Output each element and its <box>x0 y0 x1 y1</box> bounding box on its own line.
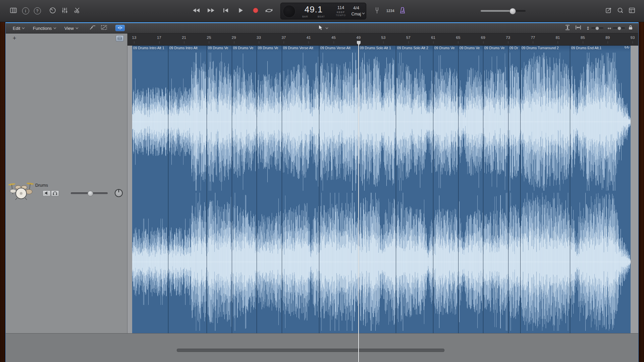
track-pan-knob[interactable] <box>115 189 123 197</box>
audio-region[interactable]: 09 Drums Intro Alt 1 <box>132 45 168 333</box>
smart-controls-icon <box>49 7 56 15</box>
pointer-tool-button[interactable] <box>317 23 324 33</box>
menu-view[interactable]: View <box>64 23 78 33</box>
tuner-button[interactable] <box>371 0 383 22</box>
ruler-bar-label: 81 <box>556 36 560 40</box>
audio-region[interactable]: 09 Drums Solo Alt 1 <box>359 45 396 333</box>
ruler-bar-label: 89 <box>605 36 610 40</box>
master-volume-slider[interactable] <box>481 10 526 12</box>
lcd-tempo-mode: KEEP <box>331 11 351 14</box>
fit-horizontal-zoom-icon <box>576 25 581 31</box>
apple-loops-button[interactable] <box>614 0 626 22</box>
fit-horizontal-zoom-button[interactable] <box>574 23 583 33</box>
cycle-button[interactable] <box>263 0 275 22</box>
fit-vertical-zoom-button[interactable] <box>563 23 572 33</box>
zoom-lock-button[interactable] <box>628 23 634 33</box>
lcd-display-mode-chevron-icon[interactable] <box>362 10 365 16</box>
automation-tool-button[interactable] <box>88 23 97 33</box>
region-name-label: 09 Dr <box>509 46 520 50</box>
go-to-beginning-button[interactable] <box>220 0 232 22</box>
audio-region[interactable]: 09 Drums Turnaround 2 <box>520 45 570 333</box>
track-volume-knob[interactable] <box>88 191 93 196</box>
browsers-button[interactable] <box>626 0 638 22</box>
audio-region[interactable]: 09 Drums Ve <box>257 45 282 333</box>
library-icon <box>10 8 17 14</box>
region-name-label: 09 Drums Ve <box>434 46 458 50</box>
playhead[interactable] <box>358 43 359 362</box>
menu-edit[interactable]: Edit <box>13 23 25 33</box>
ruler-bar-label: 33 <box>257 36 261 40</box>
master-volume-knob[interactable] <box>509 8 516 14</box>
audio-region[interactable]: 09 Drums Ve <box>458 45 483 333</box>
ruler-bar-label: 61 <box>431 36 435 40</box>
track-header-display-button[interactable] <box>116 35 124 42</box>
audio-region[interactable]: 09 Drums Ve <box>433 45 458 333</box>
metronome-button[interactable] <box>396 0 409 22</box>
marquee-tool-button[interactable] <box>100 23 108 33</box>
library-button[interactable] <box>7 0 19 22</box>
quick-help-icon: ? <box>34 7 41 14</box>
audio-region[interactable]: 09 Drums Ve <box>232 45 257 333</box>
track-header[interactable]: Drums <box>6 180 127 201</box>
audio-region[interactable]: 09 Drums Solo Alt 2 <box>396 45 433 333</box>
vertical-zoom-button[interactable]: ↕ <box>585 23 591 33</box>
lcd-tempo-value: 114 <box>331 5 351 10</box>
add-track-button[interactable]: + <box>10 34 18 42</box>
mixer-button[interactable] <box>59 0 71 22</box>
master-volume-fill <box>481 10 512 12</box>
menu-edit-label: Edit <box>13 26 20 31</box>
forward-button[interactable] <box>205 0 217 22</box>
audio-region[interactable]: 09 Drums Ve <box>483 45 508 333</box>
menu-functions[interactable]: Functions <box>33 23 56 33</box>
play-button[interactable] <box>235 0 247 22</box>
lcd-display[interactable]: 49.1 BAR BEAT 114 KEEP TEMPO 4/4 Cmaj <box>280 3 366 19</box>
audio-region[interactable]: 09 Dr <box>508 45 520 333</box>
vertical-zoom-slider-thumb[interactable] <box>595 26 599 30</box>
audio-region[interactable]: 09 Drums Verse Alt <box>319 45 359 333</box>
control-bar: i ? <box>0 0 644 22</box>
audio-region[interactable]: 09 Drums Intro Alt <box>168 45 207 333</box>
ruler-bar-label: 17 <box>157 36 161 40</box>
audio-region[interactable]: 09 Drums Verse Alt <box>282 45 319 333</box>
quick-help-button[interactable]: ? <box>31 0 43 22</box>
notes-button[interactable] <box>603 0 615 22</box>
smart-controls-button[interactable] <box>47 0 59 22</box>
region-name-label: 09 Drums Ve <box>484 46 507 50</box>
vertical-zoom-slider[interactable] <box>591 27 603 28</box>
snap-edits-button[interactable] <box>115 25 125 31</box>
region-name-label: 09 Drums Verse Alt <box>320 46 358 50</box>
rewind-button[interactable] <box>190 0 202 22</box>
ruler-bar-label: 29 <box>232 36 236 40</box>
count-in-button[interactable]: 1234 <box>384 0 396 22</box>
display-mode-icon <box>118 37 122 40</box>
inspector-button[interactable]: i <box>19 0 32 22</box>
drum-kit-icon <box>8 181 34 201</box>
ruler-bar-label: 73 <box>506 36 510 40</box>
metronome-icon <box>400 7 405 15</box>
audio-region[interactable]: 09 Drums Ve <box>207 45 232 333</box>
solo-button[interactable] <box>51 190 59 196</box>
chevron-down-icon <box>22 27 25 29</box>
pointer-tool-chevron[interactable] <box>324 23 329 33</box>
bottom-band <box>6 333 638 362</box>
audio-region[interactable]: 09 Drums End Alt.1↻↻ <box>570 45 631 333</box>
region-name-label: 09 Drums Turnaround 2 <box>522 46 569 50</box>
screen: { "control_bar": { "lcd": { "position": … <box>0 0 644 362</box>
record-button[interactable] <box>250 0 262 22</box>
lcd-beat-label: BEAT <box>318 15 325 18</box>
lcd-bar-label: BAR <box>302 15 308 18</box>
horizontal-zoom-button[interactable]: ↔ <box>607 23 612 33</box>
mute-button[interactable] <box>43 190 51 196</box>
horizontal-scrollbar[interactable] <box>177 349 444 352</box>
region-name-label: 09 Drums Ve <box>460 46 482 50</box>
region-name-label: 09 Drums Solo Alt 2 <box>397 46 432 50</box>
editors-button[interactable] <box>71 0 83 22</box>
ruler-bar-label: 93 <box>631 36 635 40</box>
ruler-bar-label: 13 <box>132 36 137 40</box>
lcd-tempo-label: TEMPO <box>331 14 351 16</box>
track-volume-slider[interactable] <box>71 192 108 194</box>
lcd-project-icon <box>283 5 296 18</box>
horizontal-zoom-slider-thumb[interactable] <box>618 26 621 30</box>
region-name-label: 09 Drums End Alt.1 <box>571 46 623 50</box>
horizontal-zoom-slider[interactable] <box>613 27 625 28</box>
